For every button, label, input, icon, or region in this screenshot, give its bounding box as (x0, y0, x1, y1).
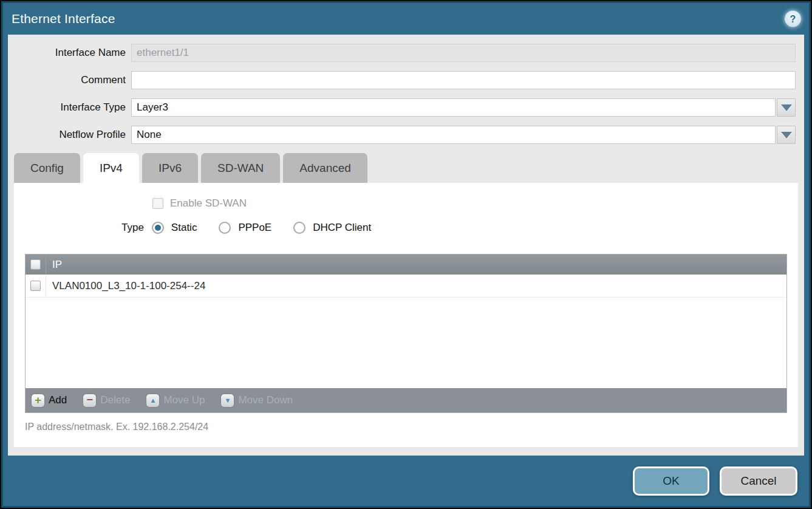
comment-row: Comment (8, 71, 804, 89)
radio-pppoe[interactable] (219, 222, 231, 234)
move-up-button[interactable]: Move Up (146, 394, 205, 407)
comment-label: Comment (8, 74, 131, 86)
radio-dhcp-client[interactable] (293, 222, 305, 234)
tab-ipv4[interactable]: IPv4 (83, 153, 139, 183)
page-title: Ethernet Interface (12, 12, 115, 26)
help-icon[interactable]: ? (785, 11, 801, 27)
move-down-button[interactable]: Move Down (221, 394, 293, 407)
radio-option-static[interactable]: Static (152, 222, 197, 234)
ip-address-table: IP VLAN0100_L3_10-1-100-254--24 Add (25, 254, 787, 413)
select-all-checkbox[interactable] (30, 259, 41, 270)
move-down-button-label: Move Down (238, 394, 293, 406)
interface-name-row: Interface Name (8, 44, 804, 62)
tab-advanced[interactable]: Advanced (283, 153, 367, 183)
radio-option-dhcp-client[interactable]: DHCP Client (293, 222, 371, 234)
ip-cell-value[interactable]: VLAN0100_L3_10-1-100-254--24 (46, 280, 205, 292)
interface-type-label: Interface Type (8, 101, 131, 114)
chevron-down-icon (781, 104, 792, 111)
delete-button-label: Delete (100, 394, 130, 406)
minus-icon (83, 394, 96, 407)
type-radio-group: Type Static PPPoE DHCP Client (121, 222, 798, 234)
radio-option-pppoe[interactable]: PPPoE (219, 222, 271, 234)
tab-strip: Config IPv4 IPv6 SD-WAN Advanced (14, 153, 804, 183)
select-all-cell (26, 254, 46, 275)
delete-button[interactable]: Delete (83, 394, 130, 407)
row-checkbox-cell (26, 275, 46, 297)
tab-config[interactable]: Config (14, 153, 80, 183)
enable-sdwan-label: Enable SD-WAN (170, 197, 247, 210)
plus-icon (32, 394, 44, 407)
netflow-profile-dropdown-button[interactable] (777, 126, 796, 144)
row-checkbox[interactable] (30, 281, 41, 291)
radio-dhcp-client-label: DHCP Client (313, 222, 371, 234)
interface-name-input (131, 44, 796, 62)
ipv4-tab-panel: Enable SD-WAN Type Static PPPoE DHCP Cli… (14, 183, 798, 447)
netflow-profile-fieldwrap: None (131, 126, 796, 144)
enable-sdwan-row: Enable SD-WAN (152, 183, 798, 210)
ok-button[interactable]: OK (633, 466, 709, 496)
ip-format-hint: IP address/netmask. Ex. 192.168.2.254/24 (25, 422, 798, 432)
ip-column-header: IP (46, 259, 62, 271)
table-row[interactable]: VLAN0100_L3_10-1-100-254--24 (26, 275, 786, 298)
radio-static-label: Static (171, 222, 197, 234)
table-toolbar: Add Delete Move Up Move Down (26, 388, 786, 412)
type-label: Type (121, 222, 144, 234)
add-button-label: Add (49, 394, 67, 406)
radio-static[interactable] (152, 222, 164, 234)
cancel-button[interactable]: Cancel (720, 466, 797, 496)
radio-pppoe-label: PPPoE (238, 222, 271, 234)
interface-type-row: Interface Type Layer3 (8, 98, 804, 117)
interface-type-dropdown-button[interactable] (777, 98, 796, 117)
chevron-down-icon (781, 132, 792, 138)
comment-input[interactable] (131, 71, 796, 89)
arrow-up-icon (146, 394, 159, 407)
title-bar: Ethernet Interface ? (3, 3, 809, 35)
dialog-content: Interface Name Comment Interface Type La… (8, 35, 804, 456)
comment-fieldwrap (131, 71, 796, 89)
move-up-button-label: Move Up (163, 394, 205, 406)
dialog-footer: OK Cancel (3, 456, 809, 506)
interface-type-select[interactable]: Layer3 (131, 98, 776, 117)
interface-name-label: Interface Name (8, 47, 131, 59)
table-empty-area (26, 298, 786, 388)
ethernet-interface-dialog: Ethernet Interface ? Interface Name Comm… (0, 0, 812, 509)
interface-type-fieldwrap: Layer3 (131, 98, 796, 117)
netflow-profile-row: Netflow Profile None (8, 126, 804, 144)
netflow-profile-select[interactable]: None (131, 126, 776, 144)
interface-name-fieldwrap (131, 44, 796, 62)
tab-sdwan[interactable]: SD-WAN (201, 153, 280, 183)
add-button[interactable]: Add (32, 394, 67, 407)
arrow-down-icon (221, 394, 234, 407)
dialog-frame: Ethernet Interface ? Interface Name Comm… (1, 1, 811, 508)
tab-ipv6[interactable]: IPv6 (142, 153, 198, 183)
netflow-profile-label: Netflow Profile (8, 129, 131, 141)
ip-table-header: IP (26, 254, 786, 275)
enable-sdwan-checkbox (152, 198, 163, 209)
